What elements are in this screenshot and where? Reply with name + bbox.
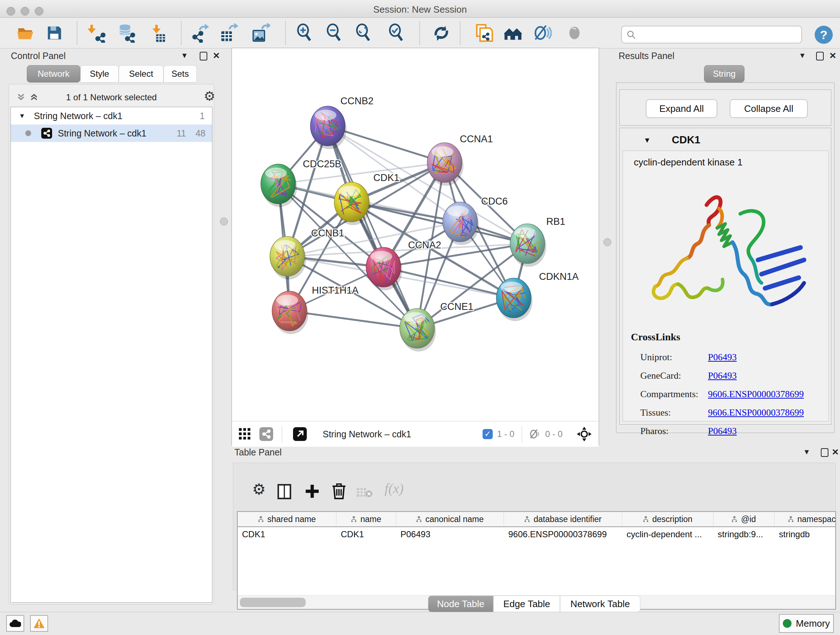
cloud-button[interactable] [6, 615, 24, 632]
duplicate-network-button[interactable] [473, 22, 493, 44]
crosslink-link[interactable]: P06493 [708, 371, 737, 381]
eye-button[interactable] [564, 22, 584, 44]
node-table: shared namenamecanonical namedatabase id… [237, 511, 836, 610]
selected-checkbox-icon[interactable]: ✓ [483, 429, 493, 439]
node-label-ccna2[interactable]: CCNA2 [408, 240, 441, 250]
table-panel-collapse-icon[interactable]: ▼ [803, 448, 810, 456]
results-panel-collapse-icon[interactable]: ▼ [799, 51, 806, 60]
table-cell[interactable]: cyclin-dependent ... [622, 527, 714, 542]
table-cell[interactable]: stringdb [775, 527, 836, 542]
node-label-ccnb1[interactable]: CCNB1 [311, 228, 344, 239]
protein-description: cyclin-dependent kinase 1 [634, 157, 743, 168]
table-cell[interactable]: CDK1 [336, 527, 396, 542]
results-panel-float-icon[interactable] [816, 52, 824, 60]
crosslink-link[interactable]: 9606.ENSP00000378699 [708, 407, 804, 418]
tab-select[interactable]: Select [118, 65, 164, 82]
tab-style[interactable]: Style [80, 65, 118, 82]
tab-network[interactable]: Network [27, 65, 80, 82]
tab-node-table[interactable]: Node Table [428, 595, 493, 612]
zoom-out-button[interactable] [324, 22, 344, 44]
save-session-button[interactable] [44, 22, 65, 44]
expand-all-button[interactable]: Expand All [646, 99, 717, 118]
grid-view-icon[interactable] [238, 428, 251, 440]
zoom-selected-button[interactable] [386, 22, 407, 44]
open-in-new-window-icon[interactable] [293, 427, 307, 441]
import-table-button[interactable] [148, 22, 168, 44]
node-label-ccne1[interactable]: CCNE1 [440, 301, 474, 312]
network-row-selected[interactable]: String Network – cdk1 11 48 [11, 125, 212, 142]
hidden-count: 0 - 0 [545, 429, 562, 439]
crosslink-link[interactable]: 9606.ENSP00000378699 [708, 389, 804, 400]
node-label-cdc25b[interactable]: CDC25B [303, 158, 341, 169]
control-panel-close-icon[interactable]: ✕ [213, 51, 220, 61]
network-label: String Network – cdk1 [58, 128, 147, 139]
table-options-gear-icon[interactable]: ⚙ [252, 480, 266, 498]
string-home-button[interactable] [503, 22, 523, 44]
table-row[interactable]: CDK1CDK1P064939606.ENSP00000378699cyclin… [238, 527, 836, 542]
tab-string[interactable]: String [704, 65, 745, 82]
hide-graphics-button[interactable] [532, 22, 552, 44]
network-options-gear-icon[interactable]: ⚙ [204, 89, 215, 104]
export-table-button[interactable] [218, 22, 239, 44]
table-cell[interactable]: 9606.ENSP00000378699 [504, 527, 622, 542]
show-columns-icon[interactable] [278, 484, 291, 499]
crosslink-link[interactable]: P06493 [708, 426, 737, 437]
table-cell[interactable]: P06493 [396, 527, 504, 542]
search-input[interactable] [636, 29, 790, 40]
memory-button[interactable]: Memory [779, 614, 834, 633]
column-header-database-identifier[interactable]: database identifier [504, 512, 622, 526]
column-header-description[interactable]: description [622, 512, 714, 526]
table-cell[interactable]: CDK1 [238, 527, 336, 542]
node-label-rb1[interactable]: RB1 [546, 216, 565, 227]
export-network-button[interactable] [189, 22, 210, 44]
open-session-button[interactable] [15, 22, 35, 44]
table-panel-close-icon[interactable]: ✕ [832, 447, 839, 457]
node-label-ccna1[interactable]: CCNA1 [460, 134, 493, 144]
birdseye-crosshair-icon[interactable] [576, 426, 592, 442]
collection-expand-icon[interactable]: ▼ [19, 112, 25, 120]
collapse-all-button[interactable]: Collapse All [729, 99, 808, 118]
import-network-database-button[interactable] [117, 22, 137, 44]
column-header-namespace[interactable]: namespace [775, 512, 836, 526]
results-panel-close-icon[interactable]: ✕ [829, 51, 836, 61]
network-selection-status: 1 of 1 Network selected [9, 92, 214, 103]
table-panel-title: Table Panel [234, 447, 282, 458]
tab-sets[interactable]: Sets [164, 65, 197, 82]
apply-layout-button[interactable] [431, 22, 452, 44]
table-cell[interactable]: stringdb:9... [714, 527, 775, 542]
crosslink-link[interactable]: P06493 [708, 352, 737, 363]
crosslinks-list: Uniprot:P06493GeneCard:P06493Compartment… [640, 348, 821, 440]
node-label-cdk1[interactable]: CDK1 [373, 172, 399, 183]
control-panel-float-icon[interactable] [200, 52, 207, 60]
zoom-in-button[interactable] [294, 22, 315, 44]
tab-edge-table[interactable]: Edge Table [493, 595, 560, 612]
left-splitter-handle[interactable] [220, 218, 228, 226]
tab-network-table[interactable]: Network Table [560, 595, 640, 612]
create-column-plus-icon[interactable] [304, 483, 320, 499]
import-network-file-button[interactable] [87, 22, 107, 44]
control-panel-collapse-icon[interactable]: ▼ [181, 51, 188, 60]
node-label-hist1h1a[interactable]: HIST1H1A [312, 285, 358, 296]
network-canvas[interactable]: CCNB2CCNA1CDC25BCDK1CDC6RB1CCNB1CCNA2CDK… [232, 48, 599, 420]
toolbar-separator [460, 21, 461, 44]
column-type-icon [524, 516, 530, 522]
help-button[interactable]: ? [815, 26, 833, 44]
column-header-canonical-name[interactable]: canonical name [396, 512, 504, 526]
network-collection-row[interactable]: ▼ String Network – cdk1 1 [11, 107, 212, 125]
protein-expand-icon[interactable]: ▼ [644, 136, 651, 144]
network-share-icon[interactable] [259, 427, 273, 441]
node-label-ccnb2[interactable]: CCNB2 [340, 96, 374, 106]
node-label-cdc6[interactable]: CDC6 [481, 196, 508, 207]
node-label-cdkn1a[interactable]: CDKN1A [539, 271, 579, 282]
table-panel-float-icon[interactable] [821, 448, 829, 457]
column-header-name[interactable]: name [336, 512, 396, 526]
warnings-button[interactable] [30, 615, 48, 632]
right-splitter-handle[interactable] [603, 238, 611, 246]
export-image-button[interactable] [250, 22, 271, 44]
zoom-fit-button[interactable] [354, 22, 374, 44]
column-header-shared-name[interactable]: shared name [238, 512, 336, 526]
column-type-icon [643, 516, 649, 522]
delete-column-trash-icon[interactable] [332, 483, 346, 499]
column-header--id[interactable]: @id [714, 512, 775, 526]
scrollbar-thumb[interactable] [240, 598, 306, 607]
